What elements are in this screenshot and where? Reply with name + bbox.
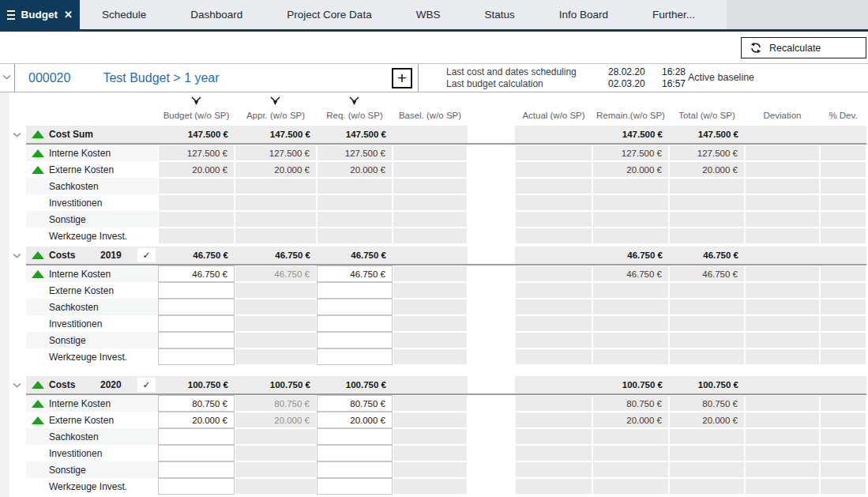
row-indent — [9, 315, 26, 332]
cell-req[interactable]: 46.750 € — [317, 265, 393, 282]
row-label-cell[interactable]: Sachkosten — [26, 299, 158, 315]
cell-basel — [393, 348, 468, 365]
section-gap — [468, 299, 515, 315]
cell-budget[interactable] — [158, 315, 235, 332]
row-label-cell[interactable]: Sonstige — [26, 211, 158, 228]
row-label-cell[interactable]: Sonstige — [26, 332, 158, 348]
cell-pdev — [820, 282, 866, 299]
cell-basel — [393, 412, 468, 428]
cell-budget[interactable] — [158, 428, 235, 445]
cell-req[interactable] — [317, 428, 393, 445]
cost-row: Sachkosten — [9, 178, 868, 194]
column-header[interactable]: Actual (w/o SP) — [515, 111, 592, 122]
chevron-down-icon[interactable] — [9, 247, 26, 265]
column-header[interactable]: Total (w/o SP) — [669, 111, 745, 122]
row-label-cell[interactable]: Sonstige — [26, 461, 158, 478]
scheduling-info-row: Last budget calculation 02.03.20 16:57 — [446, 78, 686, 90]
cell-basel — [393, 228, 468, 244]
column-header[interactable]: Deviation — [745, 111, 820, 122]
row-label-cell[interactable]: Investitionen — [26, 315, 158, 332]
filter-arrow-icon[interactable] — [349, 96, 359, 106]
cell-budget[interactable] — [158, 478, 235, 495]
cell-req[interactable] — [317, 299, 393, 315]
row-label-cell[interactable]: Interne Kosten — [26, 265, 158, 282]
cell-pdev — [820, 428, 866, 445]
cell-budget[interactable] — [158, 332, 235, 348]
cell-req[interactable] — [317, 461, 393, 478]
row-label-cell[interactable]: Interne Kosten — [26, 145, 158, 161]
group-title-cell[interactable]: Cost Sum — [26, 126, 158, 145]
tab-dashboard[interactable]: Dashboard — [168, 0, 265, 29]
tab-wbs[interactable]: WBS — [394, 0, 463, 29]
cell-remain: 127.500 € — [592, 145, 669, 161]
filter-arrow-icon[interactable] — [191, 96, 201, 106]
tab-further[interactable]: Further... — [630, 0, 717, 29]
cell-actual — [515, 428, 592, 445]
section-gap — [468, 161, 515, 178]
cell-budget[interactable]: 20.000 € — [158, 412, 235, 428]
cell-budget[interactable] — [158, 299, 235, 315]
cell-budget[interactable]: 80.750 € — [158, 395, 235, 412]
filter-arrow-icon[interactable] — [270, 96, 280, 106]
budget-module-screen: Budget ✕ ScheduleDashboardProject Core D… — [0, 0, 868, 497]
column-header[interactable]: Budget (w/o SP) — [158, 111, 235, 122]
column-header[interactable]: Req. (w/o SP) — [317, 111, 393, 122]
tab-schedule[interactable]: Schedule — [80, 0, 168, 29]
row-label-cell[interactable]: Investitionen — [26, 194, 158, 211]
cell-pdev — [820, 211, 866, 228]
cell-req — [317, 228, 393, 244]
cell-req[interactable] — [317, 445, 393, 461]
checked-icon[interactable]: ✓ — [137, 248, 156, 262]
row-label-cell[interactable]: Externe Kosten — [26, 282, 158, 299]
cell-budget[interactable] — [158, 348, 235, 365]
recalculate-button[interactable]: Recalculate — [741, 37, 866, 58]
chevron-down-icon[interactable] — [9, 126, 26, 145]
column-header[interactable]: Basel. (w/o SP) — [393, 111, 468, 122]
group-title-cell[interactable]: Costs2020✓ — [26, 376, 158, 395]
cell-budget[interactable] — [158, 461, 235, 478]
chevron-down-icon[interactable] — [9, 376, 26, 395]
row-label: Investitionen — [49, 198, 102, 209]
group-title-cell[interactable]: Costs2019✓ — [26, 247, 158, 265]
cell-budget[interactable] — [158, 282, 235, 299]
row-label-cell[interactable]: Sachkosten — [26, 428, 158, 445]
tab-project-core-data[interactable]: Project Core Data — [265, 0, 393, 29]
cell-budget[interactable]: 46.750 € — [158, 265, 235, 282]
tab-strip: ScheduleDashboardProject Core DataWBSSta… — [80, 0, 717, 29]
row-label: Externe Kosten — [49, 164, 114, 175]
row-label-cell[interactable]: Investitionen — [26, 445, 158, 461]
project-name[interactable]: Test Budget > 1 year — [103, 71, 219, 85]
row-label: Interne Kosten — [49, 148, 111, 159]
section-gap — [468, 376, 515, 395]
tab-budget-active[interactable]: Budget ✕ — [0, 0, 80, 29]
cell-total — [669, 282, 745, 299]
project-collapse-chevron-icon[interactable] — [2, 74, 11, 80]
menu-icon[interactable] — [7, 10, 15, 20]
cell-budget[interactable] — [158, 445, 235, 461]
row-indent — [9, 194, 26, 211]
cell-req[interactable] — [317, 332, 393, 348]
row-label-cell[interactable]: Sachkosten — [26, 178, 158, 194]
add-button[interactable]: + — [392, 68, 412, 88]
column-header[interactable]: % Dev. — [820, 111, 866, 122]
row-indent — [9, 145, 26, 161]
row-label-cell[interactable]: Externe Kosten — [26, 161, 158, 178]
cell-req[interactable]: 20.000 € — [317, 412, 393, 428]
row-label-cell[interactable]: Werkzeuge Invest. — [26, 478, 158, 495]
tab-info-board[interactable]: Info Board — [537, 0, 630, 29]
row-label-cell[interactable]: Externe Kosten — [26, 412, 158, 428]
cell-req[interactable] — [317, 282, 393, 299]
close-icon[interactable]: ✕ — [64, 9, 73, 21]
row-label-cell[interactable]: Interne Kosten — [26, 395, 158, 412]
column-header[interactable]: Appr. (w/o SP) — [235, 111, 317, 122]
column-header[interactable]: Remain.(w/o SP) — [592, 111, 669, 122]
tab-status[interactable]: Status — [462, 0, 536, 29]
project-id[interactable]: 000020 — [28, 71, 70, 85]
cell-req[interactable] — [317, 315, 393, 332]
row-label-cell[interactable]: Werkzeuge Invest. — [26, 348, 158, 365]
cell-req[interactable] — [317, 478, 393, 495]
cell-req[interactable] — [317, 348, 393, 365]
row-label-cell[interactable]: Werkzeuge Invest. — [26, 228, 158, 244]
cell-req[interactable]: 80.750 € — [317, 395, 393, 412]
checked-icon[interactable]: ✓ — [137, 378, 156, 392]
